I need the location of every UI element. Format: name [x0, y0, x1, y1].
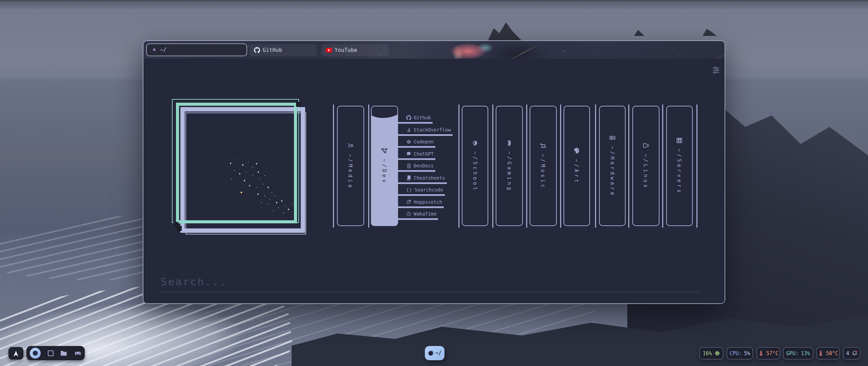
stackoverflow-icon [406, 127, 411, 132]
book-label: ~/School [472, 151, 478, 192]
git-branch-icon [381, 147, 388, 154]
dock-item-files[interactable] [60, 350, 67, 356]
tux-icon [643, 142, 649, 149]
link-label: Codepen [414, 139, 434, 144]
link-label: ChatGPT [414, 151, 434, 157]
tab-youtube[interactable]: YouTube [321, 44, 389, 56]
frame-corner-handle [296, 102, 301, 107]
chat-bubble-icon [406, 151, 411, 156]
ram-widget: 16% [699, 347, 724, 360]
gpu-value: 13% [801, 350, 810, 357]
document-icon [406, 163, 411, 168]
link-wakatime[interactable]: WakaTime [398, 211, 438, 220]
book-linux[interactable]: ~/Linux [632, 106, 659, 226]
taskbar-active-window[interactable]: ~/ [425, 346, 445, 360]
book-label: ~/Media [348, 154, 354, 189]
book-label: ~/Gaming [506, 151, 512, 192]
palette-icon [574, 147, 580, 154]
graduation-cap-icon [472, 140, 478, 146]
braces-icon: {} [406, 187, 412, 192]
startpage-content: ~/Media ~/Dev [143, 59, 725, 303]
sliders-icon[interactable] [711, 65, 721, 75]
shelf-divider [595, 104, 596, 228]
cloud-painting-image [179, 105, 299, 220]
shelf-divider [458, 104, 459, 228]
gamepad-icon [74, 350, 81, 357]
github-icon [406, 115, 411, 120]
bell-icon [852, 350, 857, 356]
book-art[interactable]: ~/Art [564, 106, 590, 226]
browser-window-icon [428, 350, 434, 356]
tab-home[interactable]: ~/ [146, 43, 247, 56]
book-label: ~/Servers [676, 149, 683, 195]
shelf-divider [696, 104, 697, 228]
notifications-widget[interactable]: 4 [843, 347, 861, 360]
thermometer-icon [818, 350, 824, 356]
link-label: Cheatsheets [414, 175, 445, 181]
terminal-window-icon [48, 350, 54, 356]
link-searchcode[interactable]: {} Searchcode [398, 187, 445, 196]
ram-chip-icon [714, 350, 720, 356]
thermometer-icon [758, 350, 764, 356]
link-devdocs[interactable]: DevDocs [398, 163, 435, 172]
book-gaming[interactable]: ~/Gaming [496, 106, 523, 226]
dock-item-games[interactable] [74, 350, 81, 357]
book-music[interactable]: ~/Music [530, 106, 557, 226]
shelf-divider [662, 104, 663, 228]
link-codepen[interactable]: Codepen [398, 139, 435, 148]
gpu-temp-widget: 50°C [816, 347, 840, 360]
link-hoppscotch[interactable]: Hoppscotch [398, 199, 444, 208]
dock-item-terminal[interactable] [48, 350, 54, 356]
shelf-divider [526, 104, 527, 228]
link-label: DevDocs [414, 163, 434, 168]
computer-icon [609, 135, 616, 141]
book-school[interactable]: ~/School [462, 106, 488, 226]
tab-label: YouTube [335, 47, 357, 53]
shelf-divider [560, 104, 561, 228]
book-media[interactable]: ~/Media [337, 106, 364, 226]
zen-logo-icon [152, 47, 157, 53]
frame-corner-handle [177, 226, 182, 231]
browser-window: ~/ GitHub YouTube [143, 40, 725, 304]
book-label: ~/Linux [643, 154, 649, 189]
book-servers[interactable]: ~/Servers [666, 106, 693, 226]
server-rack-icon [676, 137, 683, 144]
app-launcher-button[interactable] [8, 347, 23, 360]
link-github[interactable]: Github [398, 115, 433, 124]
ram-value: 16% [703, 350, 712, 357]
open-book-page-edge [372, 106, 397, 120]
person-icon [348, 142, 354, 149]
link-label: WakaTime [414, 211, 436, 217]
folder-icon [60, 350, 67, 356]
shelf-divider [333, 104, 334, 228]
link-cheatsheets[interactable]: Cheatsheets [398, 175, 447, 184]
tabbar-art-streak [505, 43, 541, 59]
gpu-temp-value: 50°C [826, 350, 838, 357]
codepen-icon [406, 139, 411, 144]
search-input[interactable] [160, 276, 698, 292]
active-window-title: ~/ [435, 350, 441, 356]
dev-links-list: Github StackOverflow [398, 115, 453, 223]
youtube-icon [326, 48, 332, 53]
book-label: ~/Music [540, 154, 546, 189]
book-label: ~/Hardware [609, 146, 615, 197]
cpu-temp-value: 57°C [766, 350, 778, 357]
cpu-temp-widget: 57°C [756, 347, 780, 360]
notification-count: 4 [846, 350, 849, 357]
link-stackoverflow[interactable]: StackOverflow [398, 127, 453, 136]
github-icon [254, 47, 260, 53]
artwork-frame-group [172, 99, 309, 236]
launcher-arrow-icon [12, 349, 20, 358]
dock-item-firefox[interactable] [30, 348, 41, 359]
shelf-divider [628, 104, 629, 228]
tab-bar: ~/ GitHub YouTube [143, 41, 725, 59]
book-dev[interactable]: ~/Dev [371, 106, 398, 226]
book-hardware[interactable]: ~/Hardware [599, 106, 626, 226]
dock [26, 346, 85, 360]
link-chatgpt[interactable]: ChatGPT [398, 151, 435, 160]
tab-label: ~/ [160, 47, 166, 53]
painting-stars [179, 105, 180, 106]
clock-icon [406, 211, 411, 217]
tab-github[interactable]: GitHub [249, 44, 317, 56]
shelf-divider [492, 104, 493, 228]
